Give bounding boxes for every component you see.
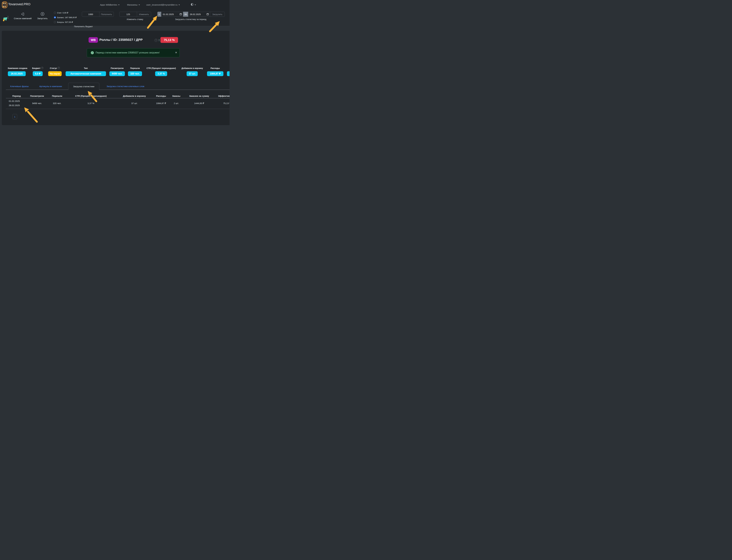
change-bid-button[interactable]: Изменить (137, 12, 151, 17)
alert-message: Период статистики кампании 23585027 успе… (96, 51, 160, 54)
chevron-down-icon (178, 5, 180, 5)
user-menu[interactable]: user_tovaroved@myrambler.ru (146, 0, 180, 10)
help-icon[interactable]: ? (41, 67, 43, 69)
cell-orders-sum: 1444,00 ₽ (194, 102, 204, 105)
col-header-orders-sum: Заказов на сумму (189, 95, 209, 97)
date-from-prefix: с (157, 12, 161, 17)
stat-label: Добавили в корзину (182, 67, 203, 69)
cell-viewed: 9499 чел. (32, 102, 42, 105)
radio-label: Баланс: 167 089,00 ₽ (57, 16, 77, 19)
cell-added: 37 шт. (131, 102, 137, 105)
stat-spent: Расходы 1084,87 ₽ (207, 67, 223, 76)
account-radio-schet[interactable]: Счет: 0,00 ₽ (54, 12, 68, 14)
tab-load-statistics[interactable]: Загрузка статистики (68, 83, 99, 90)
date-from-field[interactable] (161, 12, 183, 17)
menu-apps-wildberries[interactable]: Apps Wildberries (100, 0, 120, 10)
cell-ctr: 3,37 % (88, 102, 94, 105)
tab-bar-divider (6, 90, 230, 90)
stat-label: Посмотрели (111, 67, 124, 69)
date-from-input[interactable] (161, 12, 183, 17)
col-header-added: Добавили в корзину (123, 95, 146, 97)
drr-value-badge: 75,13 % (160, 37, 178, 43)
topup-amount-input[interactable] (82, 12, 99, 17)
start-campaign-button[interactable]: Запустить (37, 17, 48, 20)
radio-icon (54, 12, 56, 14)
menu-stores-label: Магазины (127, 4, 137, 6)
stat-label: Перешли (130, 67, 140, 69)
account-radio-bonusy[interactable]: Бонусы: 927,00 ₽ (54, 21, 73, 23)
cell-efficiency: 75,13 % (223, 102, 230, 105)
stat-value-badge: Автоматическая кампания (66, 71, 106, 76)
help-icon[interactable]: ? (154, 39, 158, 42)
stat-label: Тип (84, 67, 88, 69)
date-to-prefix: по (183, 12, 188, 17)
table-row-divider (6, 109, 230, 109)
close-icon[interactable]: ✕ (175, 51, 177, 54)
stat-value-badge: 0,0 ₽ (33, 71, 43, 76)
col-header-ctr: CTR (Процент перешедших) (75, 95, 107, 97)
stat-clicked: Перешли 320 чел. (128, 67, 142, 76)
stat-orders: Заказы 2 шт. (227, 67, 230, 76)
menu-apps-label: Apps Wildberries (100, 4, 117, 6)
stat-label: Бюджет (32, 67, 41, 71)
col-header-clicked: Перешли (52, 95, 62, 97)
stat-budget: Бюджет? 0,0 ₽ (32, 67, 43, 76)
stat-label: Расходы (211, 67, 220, 69)
bid-input[interactable] (119, 12, 137, 17)
menu-stores[interactable]: Магазины (127, 0, 140, 10)
topup-group: Пополнить (82, 12, 114, 17)
stat-label: Статус (50, 67, 57, 71)
cell-orders: 2 шт. (174, 102, 179, 105)
cell-clicked: 320 чел. (53, 102, 61, 105)
campaign-toolbar: Список кампаний Запустить Счет: 0,00 ₽ Б… (0, 10, 230, 26)
cell-period-to: 28.02.2025 (9, 104, 20, 107)
success-alert: ✓ Период статистики кампании 23585027 ус… (87, 48, 180, 57)
tab-keyword-statistics[interactable]: Загрузка статистики ключевых слов (107, 85, 144, 88)
account-radio-balans[interactable]: Баланс: 167 089,00 ₽ (54, 16, 77, 19)
wb-marketplace-badge: WB (89, 37, 98, 43)
tab-key-phrases[interactable]: Ключевые фразы (10, 85, 29, 88)
campaign-list-button[interactable]: Список кампаний (14, 17, 31, 20)
exit-list-icon (21, 12, 24, 16)
theme-toggle[interactable] (191, 0, 196, 10)
topup-button[interactable]: Пополнить (99, 12, 114, 17)
stat-value-badge: На паузе (48, 71, 62, 76)
help-icon[interactable]: ? (58, 67, 60, 69)
top-navbar: Tovaroved.PRO Apps Wildberries Магазины … (0, 0, 230, 10)
col-header-efficiency: Эффективность (218, 95, 230, 97)
radio-label: Счет: 0,00 ₽ (57, 12, 68, 14)
date-to-input[interactable] (188, 12, 210, 17)
stat-value-badge: 2 шт. (227, 71, 230, 76)
stat-label: Кампания создана (8, 67, 27, 69)
brand-title: Tovaroved.PRO (8, 2, 30, 6)
load-stats-button[interactable]: Загрузить (210, 12, 225, 17)
title-colon: : (159, 38, 160, 42)
load-stats-label: Загрузить статистику за период (175, 18, 206, 20)
campaign-card: WB Роллы / ID: 23585027 / ДРР ? : 75,13 … (2, 31, 230, 125)
play-icon (41, 12, 44, 16)
cell-spent: 1084,87 ₽ (156, 102, 166, 105)
topup-budget-label: Пополнить бюджет (74, 25, 93, 28)
stat-viewed: Посмотрели 9499 чел. (109, 67, 125, 76)
app-root: Tovaroved.PRO Apps Wildberries Магазины … (0, 0, 230, 129)
tab-articles[interactable]: Артикулы в кампании (39, 85, 62, 88)
table-header-divider (6, 98, 230, 98)
date-range-group: с по (157, 12, 225, 17)
stat-value-badge: 320 чел. (128, 71, 142, 76)
pagination-page-1[interactable]: 1 (12, 114, 17, 119)
stat-label: CTR (Процент перешедших) (147, 67, 176, 69)
radio-icon (54, 21, 56, 23)
chevron-down-icon (118, 5, 120, 5)
bid-group: Изменить (119, 12, 151, 17)
stat-value-badge: 9499 чел. (109, 71, 125, 76)
col-header-spent: Расходы (156, 95, 166, 97)
date-to-field[interactable] (188, 12, 210, 17)
user-email-label: user_tovaroved@myrambler.ru (146, 4, 177, 6)
radio-checked-icon (54, 16, 56, 18)
chevron-down-icon (138, 5, 140, 5)
change-bid-label: Изменить ставку (127, 18, 143, 20)
col-header-period: Период (12, 95, 21, 97)
stat-ctr: CTR (Процент перешедших) 3,37 % (147, 67, 176, 76)
abacus-logo-icon (2, 1, 7, 9)
stat-type: Тип Автоматическая кампания (66, 67, 106, 76)
